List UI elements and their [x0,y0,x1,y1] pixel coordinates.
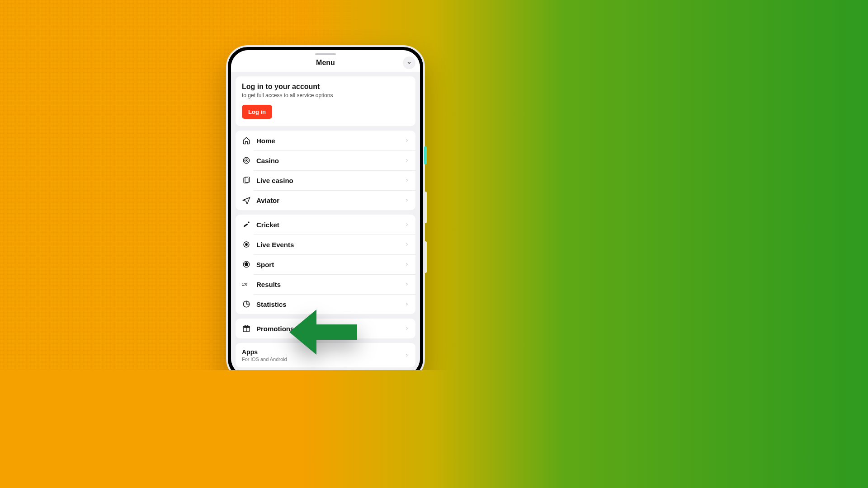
menu-group-promotions: Promotions [236,319,415,338]
menu-item-casino[interactable]: Casino [236,150,415,170]
chevron-right-icon [405,325,409,332]
side-button-accent [424,146,427,164]
chevron-right-icon [405,281,409,287]
casino-icon [242,156,251,165]
phone-frame: Menu Log in to your account to get full … [226,45,425,370]
login-button[interactable]: Log in [242,105,272,119]
chevron-right-icon [405,157,409,164]
chevron-right-icon [405,241,409,248]
menu-item-results[interactable]: 1:0 Results [236,274,415,294]
svg-point-8 [245,244,248,246]
liveevents-icon [242,240,251,249]
menu-item-label: Live Events [256,241,405,249]
menu-item-statistics[interactable]: Statistics [236,294,415,314]
livecasino-icon [242,176,251,185]
side-button-2 [424,241,427,273]
home-icon [242,136,251,145]
cricket-icon [242,220,251,229]
menu-item-live-casino[interactable]: Live casino [236,170,415,190]
chevron-right-icon [405,352,409,358]
menu-item-sublabel: For iOS and Android [242,357,405,362]
menu-item-sport[interactable]: Sport [236,254,415,274]
phone-screen: Menu Log in to your account to get full … [231,50,420,370]
chevron-right-icon [405,301,409,307]
aviator-icon [242,196,251,205]
sheet-content: Log in to your account to get full acces… [231,72,420,370]
menu-group-sports: Cricket Live Events Spor [236,215,415,314]
chevron-right-icon [405,261,409,267]
svg-text:1:0: 1:0 [242,282,247,286]
menu-item-label: Casino [256,157,405,164]
svg-point-6 [248,221,250,223]
results-icon: 1:0 [242,280,251,289]
menu-item-apps[interactable]: Apps For iOS and Android [236,343,415,367]
menu-item-label: Apps [242,348,405,356]
promotions-icon [242,324,251,333]
svg-point-2 [246,160,247,161]
login-title: Log in to your account [242,83,409,91]
collapse-button[interactable] [403,56,415,69]
menu-item-label: Sport [256,261,405,268]
svg-rect-5 [243,223,248,227]
chevron-right-icon [405,221,409,228]
phone-mockup: Menu Log in to your account to get full … [226,45,425,370]
page-title: Menu [316,59,335,67]
statistics-icon [242,300,251,309]
sport-icon [242,260,251,269]
menu-item-label: Home [256,137,405,145]
login-card: Log in to your account to get full acces… [236,76,415,126]
svg-marker-10 [245,263,248,266]
login-subtitle: to get full access to all service option… [242,92,409,99]
menu-item-label: Aviator [256,197,405,204]
menu-item-home[interactable]: Home [236,131,415,150]
menu-item-live-events[interactable]: Live Events [236,235,415,254]
chevron-down-icon [406,60,412,66]
menu-item-label: Results [256,281,405,288]
menu-item-label: Cricket [256,221,405,229]
menu-group-main: Home Casino Live casino [236,131,415,210]
sheet-header: Menu [231,50,420,72]
chevron-right-icon [405,197,409,203]
menu-item-aviator[interactable]: Aviator [236,190,415,210]
menu-item-promotions[interactable]: Promotions [236,319,415,338]
menu-item-label: Live casino [256,177,405,184]
menu-group-apps: Apps For iOS and Android [236,343,415,367]
chevron-right-icon [405,137,409,144]
chevron-right-icon [405,177,409,183]
menu-item-cricket[interactable]: Cricket [236,215,415,235]
drag-handle[interactable] [315,53,336,55]
menu-item-label: Statistics [256,300,405,308]
side-button-1 [424,192,427,223]
menu-item-label: Promotions [256,325,405,333]
